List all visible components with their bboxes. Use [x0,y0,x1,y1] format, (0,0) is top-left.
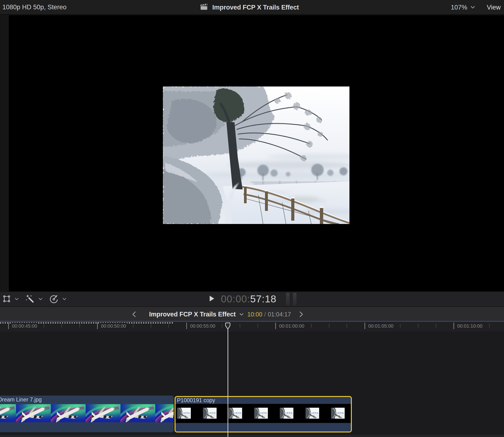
viewer-zoom-control[interactable]: 107% [451,4,475,11]
transform-tool-button[interactable] [2,294,11,304]
timeline-forward-button[interactable] [299,307,304,322]
timecode-display: 00:00:57:18 [221,293,277,305]
ruler-tick-label: 00:00:45:00 [11,323,38,329]
timeline-header: Improved FCP X Trails Effect 10:00 / 01:… [0,306,504,321]
winter-thumbnail [177,408,191,419]
ruler-tick-label: 00:01:10:00 [456,323,483,329]
timeline-back-button[interactable] [132,307,136,322]
winter-thumbnail [280,408,293,419]
timeline-project-name: Improved FCP X Trails Effect [149,311,236,318]
format-info: 1080p HD 50p, Stereo [2,4,67,11]
play-button[interactable] [209,295,215,303]
chevron-down-icon[interactable] [15,297,19,301]
viewer-canvas [0,15,504,291]
plane-thumbnail [86,404,121,422]
plane-thumbnails [0,404,174,422]
timeline-project-dropdown[interactable]: Improved FCP X Trails Effect [149,307,244,322]
winter-thumbnail [203,408,216,419]
timeline-total-duration: 01:04:17 [268,311,291,318]
audio-meter-left [286,293,289,306]
timeline-body[interactable]: Dream Liner 7.jpg P1000191 copy [0,332,504,437]
playhead-line [227,328,228,437]
clip-name: P1000191 copy [175,397,351,404]
clip-p1000191-selected[interactable]: P1000191 copy [175,396,352,432]
transport-bar: 00:00:57:18 [0,291,504,306]
clip-footer [0,422,174,432]
ruler-tick-label: 00:00:55:00 [189,323,216,329]
viewer-project-title: Improved FCP X Trails Effect [212,4,299,11]
winter-thumbnail [254,408,268,419]
clip-footer [175,423,351,432]
retime-button[interactable] [49,294,59,304]
clip-filmstrip [175,404,351,423]
ruler-tick-label: 00:00:50:00 [100,323,127,329]
viewer-left-gutter [0,15,9,291]
ruler-tick-label: 00:01:05:00 [367,323,394,329]
plane-thumbnail [16,404,51,422]
plane-thumbnail [121,404,155,422]
ruler-tick-label: 00:01:00:00 [278,323,305,329]
enhancements-wand-button[interactable] [25,294,35,304]
plane-thumbnail [155,404,174,422]
viewer-photo-winter-scene [163,87,350,224]
clapperboard-icon [200,3,208,12]
audio-meters[interactable] [286,293,297,306]
fcpx-window: 1080p HD 50p, Stereo Improved FCP X Trai… [0,0,504,437]
winter-thumbnail [228,408,242,419]
chevron-down-icon[interactable] [62,297,66,301]
view-button[interactable]: View [487,4,501,11]
plane-thumbnail [0,404,16,422]
winter-thumbnail [306,408,319,419]
timeline-bottom-strip [0,435,504,437]
viewer-top-bar: 1080p HD 50p, Stereo Improved FCP X Trai… [0,0,504,15]
clip-dream-liner[interactable]: Dream Liner 7.jpg [0,396,174,432]
clip-filmstrip [0,404,174,422]
timeline-elapsed-time: 10:00 / 01:04:17 [247,307,291,322]
clip-name: Dream Liner 7.jpg [0,396,174,404]
chevron-down-icon[interactable] [39,297,42,301]
winter-thumbnail [331,408,345,419]
chevron-down-icon [471,5,475,10]
plane-thumbnail [51,404,86,422]
audio-meter-right [293,293,297,306]
zoom-level: 107% [451,4,467,11]
timeline-ruler[interactable]: 00:00:45:0000:00:50:0000:00:55:0000:01:0… [0,322,504,332]
